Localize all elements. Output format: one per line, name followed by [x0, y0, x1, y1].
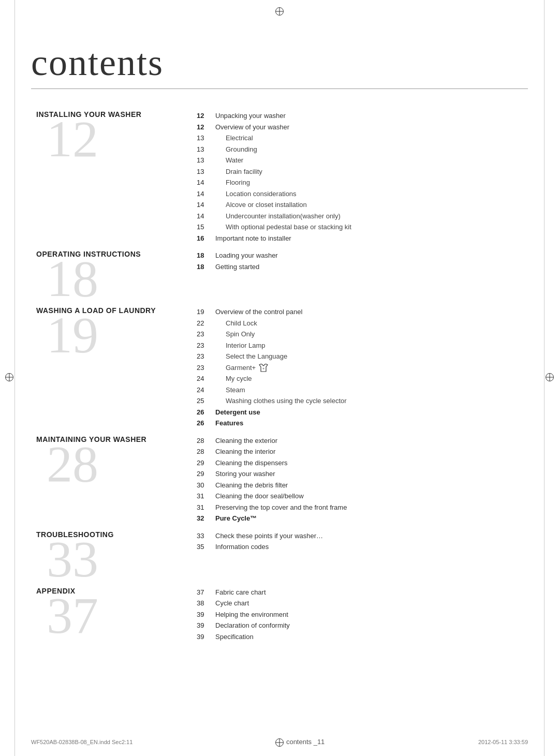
- toc-label: Fabric care chart: [215, 587, 266, 598]
- toc-row: 22 Child Lock: [197, 318, 523, 329]
- toc-label: Overview of the control panel: [215, 307, 302, 317]
- toc-page: 13: [197, 155, 215, 166]
- toc-row: 32 Pure Cycle™: [197, 513, 523, 524]
- toc-label: Cleaning the interior: [215, 447, 275, 457]
- toc-page: 13: [197, 133, 215, 143]
- toc-row: 13 Water: [197, 155, 523, 166]
- toc-label: Cleaning the dispensers: [215, 458, 287, 468]
- toc-row: 18 Loading your washer: [197, 250, 523, 261]
- toc-page: 29: [197, 469, 215, 479]
- toc-label: Important note to installer: [215, 233, 291, 244]
- section-left-troubleshooting: TROUBLESHOOTING 33: [36, 530, 197, 581]
- toc-label: Information codes: [215, 542, 269, 552]
- section-maintaining: MAINTAINING YOUR WASHER 28 28 Cleaning t…: [36, 435, 523, 525]
- toc-page: 26: [197, 407, 215, 418]
- toc-label: Spin Only: [215, 329, 255, 339]
- toc-label: Loading your washer: [215, 250, 278, 261]
- toc-row: 23 Interior Lamp: [197, 340, 523, 351]
- toc-page: 29: [197, 458, 215, 468]
- toc-page: 24: [197, 374, 215, 384]
- toc-page: 14: [197, 200, 215, 210]
- toc-row: 30 Cleaning the debris filter: [197, 480, 523, 491]
- toc-label: Cleaning the door seal/bellow: [215, 491, 304, 501]
- reg-mark-left: [5, 373, 13, 383]
- toc-label: Check these points if your washer…: [215, 531, 323, 541]
- section-washing: WASHING A LOAD OF LAUNDRY 19 19 Overview…: [36, 306, 523, 429]
- section-right-operating: 18 Loading your washer 18 Getting starte…: [197, 249, 523, 301]
- toc-row: 14 Location considerations: [197, 189, 523, 199]
- section-number-operating: 18: [47, 257, 192, 301]
- toc-page: 15: [197, 222, 215, 232]
- garment-icon: +: [258, 364, 269, 372]
- toc-label: With optional pedestal base or stacking …: [215, 222, 351, 232]
- section-left-appendix: APPENDIX 37: [36, 586, 197, 643]
- section-appendix: APPENDIX 37 37 Fabric care chart 38 Cycl…: [36, 586, 523, 643]
- toc-label: Specification: [215, 632, 254, 642]
- toc-row: 14 Flooring: [197, 177, 523, 188]
- main-content: INSTALLING YOUR WASHER 12 12 Unpacking y…: [0, 110, 559, 643]
- toc-row: 28 Cleaning the interior: [197, 447, 523, 457]
- toc-page: 19: [197, 307, 215, 317]
- toc-row: 13 Drain facility: [197, 167, 523, 177]
- toc-row: 12 Overview of your washer: [197, 122, 523, 132]
- section-number-appendix: 37: [47, 594, 192, 638]
- toc-row: 31 Cleaning the door seal/bellow: [197, 491, 523, 501]
- toc-label: Detergent use: [215, 407, 260, 418]
- toc-label: Overview of your washer: [215, 122, 289, 132]
- toc-row: 14 Alcove or closet installation: [197, 200, 523, 210]
- toc-row: 13 Grounding: [197, 144, 523, 155]
- toc-row: 18 Getting started: [197, 262, 523, 272]
- section-troubleshooting: TROUBLESHOOTING 33 33 Check these points…: [36, 530, 523, 581]
- toc-label: Garment+ +: [215, 363, 269, 373]
- toc-page: 22: [197, 318, 215, 329]
- section-left-installing: INSTALLING YOUR WASHER 12: [36, 110, 197, 244]
- toc-row: 31 Preserving the top cover and the fron…: [197, 502, 523, 513]
- toc-page: 13: [197, 144, 215, 155]
- toc-page: 18: [197, 250, 215, 261]
- toc-row: 14 Undercounter installation(washer only…: [197, 211, 523, 221]
- toc-row: 26 Detergent use: [197, 407, 523, 418]
- toc-page: 37: [197, 587, 215, 598]
- footer-page-number: contents _11: [286, 738, 325, 746]
- section-left-maintaining: MAINTAINING YOUR WASHER 28: [36, 435, 197, 525]
- toc-page: 28: [197, 436, 215, 446]
- toc-label: Select the Language: [215, 351, 287, 362]
- section-number-washing: 19: [47, 313, 192, 357]
- toc-row: 24 Steam: [197, 385, 523, 395]
- section-left-washing: WASHING A LOAD OF LAUNDRY 19: [36, 306, 197, 429]
- footer-filename: WF520AB-02838B-08_EN.indd Sec2:11: [31, 739, 133, 745]
- toc-row: 39 Helping the environment: [197, 610, 523, 620]
- toc-page: 33: [197, 531, 215, 541]
- reg-mark-right: [546, 373, 554, 383]
- toc-page: 28: [197, 447, 215, 457]
- section-number-troubleshooting: 33: [47, 537, 192, 581]
- toc-label: Features: [215, 418, 243, 428]
- toc-label: My cycle: [215, 374, 252, 384]
- toc-label: Cleaning the debris filter: [215, 480, 288, 491]
- toc-label: Flooring: [215, 177, 250, 188]
- toc-page: 14: [197, 189, 215, 199]
- toc-label: Storing your washer: [215, 469, 275, 479]
- toc-label: Cleaning the exterior: [215, 436, 277, 446]
- section-right-maintaining: 28 Cleaning the exterior 28 Cleaning the…: [197, 435, 523, 525]
- toc-label: Electrical: [215, 133, 253, 143]
- toc-page: 38: [197, 598, 215, 609]
- toc-row: 23 Spin Only: [197, 329, 523, 339]
- toc-page: 35: [197, 542, 215, 552]
- toc-label: Declaration of conformity: [215, 620, 290, 631]
- section-number-maintaining: 28: [47, 442, 192, 486]
- toc-page: 25: [197, 396, 215, 406]
- toc-row: 19 Overview of the control panel: [197, 307, 523, 317]
- toc-label: Getting started: [215, 262, 259, 272]
- section-right-installing: 12 Unpacking your washer 12 Overview of …: [197, 110, 523, 244]
- margin-line-right: [544, 0, 545, 756]
- footer-file-info: WF520AB-02838B-08_EN.indd Sec2:11: [31, 739, 133, 745]
- toc-page: 12: [197, 122, 215, 132]
- toc-page: 26: [197, 418, 215, 428]
- footer-page-text: contents _11: [286, 738, 325, 746]
- toc-label: Alcove or closet installation: [215, 200, 307, 210]
- toc-row: 38 Cycle chart: [197, 598, 523, 609]
- footer-date: 2012-05-11 3:33:59: [478, 739, 528, 745]
- toc-label: Helping the environment: [215, 610, 288, 620]
- section-right-troubleshooting: 33 Check these points if your washer… 35…: [197, 530, 523, 581]
